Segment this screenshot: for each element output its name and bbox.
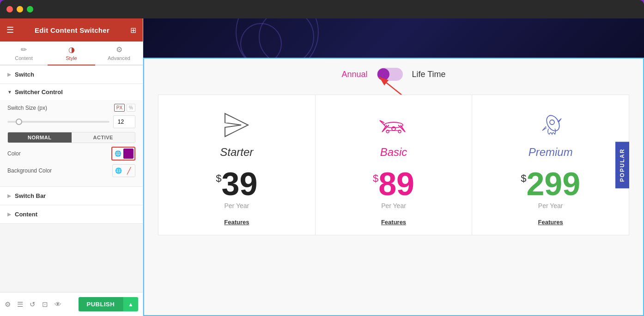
slider-row [7, 115, 135, 128]
color-control: 🌐 [111, 147, 135, 161]
switch-knob [377, 68, 389, 80]
publish-dropdown-button[interactable]: ▲ [123, 297, 138, 311]
starter-icon [223, 109, 250, 141]
slider-thumb[interactable] [16, 119, 22, 125]
switcher-control-header[interactable]: ▼ Switcher Control [0, 84, 143, 100]
tab-advanced-label: Advanced [108, 55, 130, 61]
tab-content[interactable]: ✏ Content [0, 42, 48, 66]
tab-advanced[interactable]: ⚙ Advanced [95, 42, 143, 66]
premium-title: Premium [529, 146, 573, 159]
section-switch-bar[interactable]: ▶ Switch Bar [0, 187, 143, 205]
switch-size-slider[interactable] [7, 121, 109, 123]
info-icon: ◑ [68, 45, 75, 54]
settings-footer-icon[interactable]: ⚙ [5, 300, 11, 309]
right-content: Annual Life Time [143, 18, 644, 316]
responsive-icon[interactable]: ⊡ [42, 300, 48, 309]
tab-style[interactable]: ◑ Style [48, 42, 95, 66]
active-btn[interactable]: ACTIVE [72, 132, 135, 143]
premium-number: 299 [526, 168, 580, 200]
section-content-label: ▶ Content [7, 211, 37, 218]
chevron-right-icon-3: ▶ [7, 212, 11, 217]
panel-tabs: ✏ Content ◑ Style ⚙ Advanced [0, 42, 143, 66]
basic-card: Basic $ 89 Per Year Features [316, 95, 473, 235]
layers-icon[interactable]: ☰ [17, 300, 23, 309]
normal-btn[interactable]: NORMAL [8, 132, 72, 143]
pricing-cards: Starter $ 39 Per Year Features [158, 95, 629, 235]
starter-number: 39 [222, 168, 258, 200]
panel-body: ▶ Switch ▼ Switcher Control Switch Size … [0, 66, 143, 292]
left-panel: ☰ Edit Content Switcher ⊞ ✏ Content ◑ St… [0, 18, 143, 316]
section-switch-label: ▶ Switch [7, 71, 34, 78]
popular-badge: POPULAR [615, 142, 629, 188]
settings-icon: ⚙ [116, 45, 122, 54]
globe-icon: 🌐 [113, 149, 122, 158]
switch-size-controls: PX % [114, 104, 135, 112]
color-row: Color 🌐 [7, 147, 135, 161]
bg-color-label: Background Color [7, 167, 52, 174]
premium-features[interactable]: Features [538, 219, 563, 226]
svg-point-8 [544, 113, 562, 133]
section-switch-bar-label: ▶ Switch Bar [7, 192, 46, 199]
color-label: Color [7, 150, 21, 157]
starter-dollar: $ [216, 173, 221, 185]
starter-features[interactable]: Features [224, 219, 249, 226]
chevron-down-icon: ▼ [7, 89, 12, 95]
starter-period: Per Year [224, 202, 249, 209]
publish-button-group: PUBLISH ▲ [79, 297, 138, 311]
pencil-icon: ✏ [21, 45, 27, 54]
unit-px-button[interactable]: PX [114, 104, 125, 112]
footer-icons: ⚙ ☰ ↺ ⊡ 👁 [5, 300, 61, 309]
preview-icon[interactable]: 👁 [55, 300, 61, 308]
unit-percent-button[interactable]: % [127, 104, 135, 112]
app-wrapper: ☰ Edit Content Switcher ⊞ ✏ Content ◑ St… [0, 18, 644, 316]
section-switcher-control: ▼ Switcher Control Switch Size (px) PX % [0, 84, 143, 187]
chevron-right-icon: ▶ [7, 72, 11, 77]
color-swatch-wrapper[interactable]: 🌐 [111, 147, 135, 161]
rocket-icon [535, 110, 565, 140]
hamburger-icon[interactable]: ☰ [6, 25, 14, 35]
normal-active-toggle: NORMAL ACTIVE [7, 132, 135, 143]
annual-label: Annual [341, 70, 367, 79]
section-content[interactable]: ▶ Content [0, 205, 143, 224]
switch-size-input[interactable] [113, 115, 135, 128]
globe-icon-2: 🌐 [114, 166, 123, 175]
publish-button[interactable]: PUBLISH [79, 297, 123, 311]
mac-minimize-button[interactable] [17, 6, 23, 12]
switcher-row: Annual Life Time [341, 68, 445, 81]
mac-maximize-button[interactable] [27, 6, 33, 12]
panel-header: ☰ Edit Content Switcher ⊞ [0, 18, 143, 42]
premium-price: $ 299 [521, 168, 580, 200]
basic-features[interactable]: Features [381, 219, 406, 226]
mac-close-button[interactable] [6, 6, 13, 12]
basic-price: $ 89 [373, 168, 414, 200]
paper-plane-icon [223, 111, 250, 139]
section-switch[interactable]: ▶ Switch [0, 66, 143, 84]
airplane-icon [377, 111, 410, 139]
switch-toggle[interactable] [377, 68, 403, 81]
color-clear-icon[interactable]: ╱ [124, 166, 134, 176]
toggle-container [377, 68, 403, 81]
basic-dollar: $ [373, 173, 378, 185]
color-swatch[interactable] [123, 149, 134, 159]
panel-title: Edit Content Switcher [35, 26, 109, 34]
switcher-control-body: Switch Size (px) PX % NO [0, 100, 143, 186]
grid-icon[interactable]: ⊞ [130, 26, 136, 35]
svg-point-9 [550, 120, 554, 125]
starter-card: Starter $ 39 Per Year Features [158, 95, 316, 235]
chevron-right-icon-2: ▶ [7, 193, 11, 198]
premium-icon [535, 109, 565, 141]
basic-number: 89 [378, 168, 414, 200]
premium-card: Premium $ 299 Per Year Features POPULAR [472, 95, 629, 235]
history-icon[interactable]: ↺ [30, 300, 36, 309]
svg-marker-2 [225, 113, 248, 137]
starter-price: $ 39 [216, 168, 257, 200]
panel-footer: ⚙ ☰ ↺ ⊡ 👁 PUBLISH ▲ [0, 292, 143, 316]
tab-content-label: Content [15, 55, 33, 61]
bg-color-swatch-wrapper[interactable]: 🌐 ╱ [112, 164, 135, 177]
lifetime-label: Life Time [412, 70, 446, 79]
mac-titlebar [0, 0, 644, 18]
main-content-area: Annual Life Time [143, 58, 644, 316]
switch-size-row: Switch Size (px) PX % [7, 104, 135, 112]
switch-size-label: Switch Size (px) [7, 105, 47, 111]
bg-color-row: Background Color 🌐 ╱ [7, 164, 135, 177]
